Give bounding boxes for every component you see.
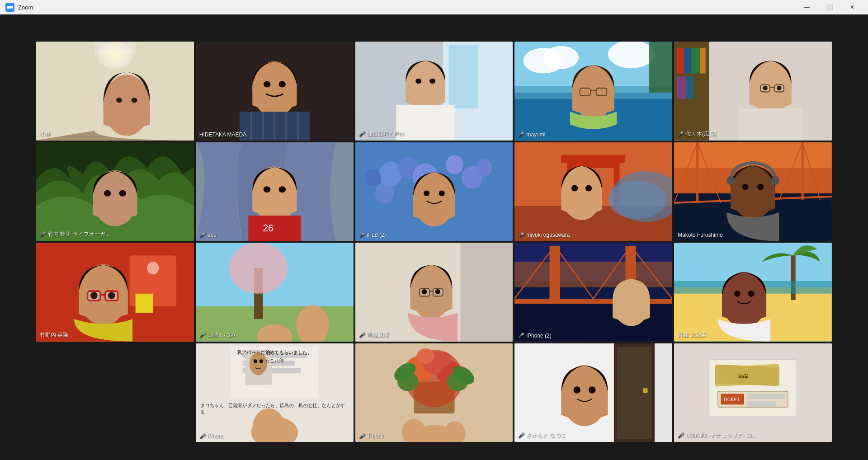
svg-point-83 (571, 185, 578, 191)
mute-icon-yamazaki: 🎤 (199, 332, 206, 338)
svg-point-140 (734, 291, 741, 297)
participant-name-mayumi: 🎤 mayumi (518, 131, 545, 138)
empty-cell-row4 (36, 343, 194, 442)
svg-text:26: 26 (263, 222, 273, 234)
participant-makoto[interactable]: Makoto Furushimo (674, 142, 832, 241)
participant-name-iphone2: 🎤 iPhone (2) (518, 333, 551, 339)
mute-icon-iphone2: 🎤 (518, 333, 524, 338)
participant-name-makoto: Makoto Furushimo (678, 232, 722, 238)
svg-rect-185 (747, 394, 785, 399)
svg-point-50 (777, 86, 782, 90)
svg-rect-171 (643, 388, 648, 393)
participant-miyuki[interactable]: 🎤 miyuki ogasawara (514, 142, 672, 241)
mute-icon-aburatani: 🎤 (359, 131, 365, 137)
svg-point-72 (424, 190, 429, 196)
close-button[interactable]: ✕ (842, 0, 863, 14)
svg-point-100 (757, 183, 764, 190)
svg-point-104 (147, 262, 159, 274)
participant-name-baba: 🎤 馬場真理 (359, 331, 389, 339)
participant-naturalia[interactable]: ¥¥¥ TICKET 🎤 naturalia -ナチュラリア- as... (674, 343, 832, 442)
participant-name-aburatani: 🎤 油谷亜希のiPad (359, 130, 405, 138)
title-bar: Zoom — ⬜ ✕ (0, 0, 868, 14)
svg-rect-44 (686, 77, 693, 99)
participant-aburatani[interactable]: 🎤 油谷亜希のiPad (355, 42, 513, 141)
svg-rect-41 (691, 48, 699, 73)
svg-point-81 (608, 180, 666, 219)
video-row-3: 竹野内 英隆 (36, 243, 832, 342)
svg-rect-51 (738, 108, 802, 140)
participant-iphone-bottom2[interactable]: 🎤 iPhone (355, 343, 513, 442)
minimize-button[interactable]: — (797, 0, 817, 14)
participant-abe[interactable]: 26 🎤 abe (196, 142, 354, 241)
participant-name-saito: 齊藤 太記実 (678, 331, 706, 339)
participant-hidetaka[interactable]: HIDETAKA MAEDA (196, 42, 354, 141)
svg-rect-105 (136, 294, 153, 313)
video-grid: 小林 (36, 42, 832, 442)
svg-point-175 (589, 386, 596, 394)
participant-saito[interactable]: 齊藤 太記実 (674, 243, 832, 342)
mute-icon-mayumi: 🎤 (518, 131, 524, 137)
svg-point-23 (429, 79, 435, 84)
participant-mayumi[interactable]: 🎤 mayumi (514, 42, 672, 141)
svg-point-66 (375, 183, 394, 203)
svg-point-125 (435, 289, 440, 294)
participant-ipad2[interactable]: 🎤 iPad (2) (355, 142, 513, 241)
participant-kobayashi[interactable]: 小林 (36, 42, 194, 141)
svg-point-84 (585, 185, 592, 191)
window-controls: — ⬜ ✕ (797, 0, 863, 14)
participant-iphone2[interactable]: 🎤 iPhone (2) (514, 243, 672, 342)
svg-point-174 (574, 386, 581, 394)
svg-point-49 (763, 86, 768, 90)
participant-takenouchihide[interactable]: 竹野内 英隆 (36, 243, 194, 342)
participant-name-naturalia: 🎤 naturalia -ナチュラリア- as... (678, 432, 756, 439)
svg-point-70 (476, 159, 492, 176)
svg-rect-40 (684, 48, 690, 73)
svg-point-99 (742, 183, 749, 190)
svg-rect-77 (567, 163, 620, 168)
participant-name-abe: 🎤 abe (199, 232, 217, 238)
participant-sasaki[interactable]: 🎤 佐々木(広島) (674, 42, 832, 141)
svg-rect-129 (514, 262, 672, 287)
mute-icon-baba: 🎤 (359, 332, 365, 338)
participant-name-ipad2: 🎤 iPad (2) (359, 232, 386, 238)
mute-icon-ipad2: 🎤 (359, 232, 365, 238)
svg-point-111 (108, 292, 115, 299)
svg-point-10 (264, 81, 271, 87)
svg-point-115 (229, 243, 287, 294)
participant-name-yamazaki: 🎤 山崎 いづみ (199, 331, 236, 339)
svg-point-68 (446, 155, 463, 174)
participant-takeuchi[interactable]: 🎤 竹内 輝美 ライフオーガ... (36, 142, 194, 241)
participant-name-hidetaka: HIDETAKA MAEDA (199, 131, 246, 138)
maximize-button[interactable]: ⬜ (819, 0, 840, 14)
participant-name-sasaki: 🎤 佐々木(広島) (678, 130, 717, 138)
svg-rect-76 (561, 155, 626, 163)
svg-rect-43 (677, 77, 686, 99)
svg-rect-186 (747, 401, 777, 406)
mute-icon-iphone-bottom2: 🎤 (359, 433, 365, 439)
svg-point-124 (421, 289, 427, 294)
mute-icon-miyuki: 🎤 (518, 232, 524, 238)
svg-point-54 (104, 190, 111, 196)
svg-point-58 (264, 186, 271, 192)
mute-icon-iphone-bottom1: 🎤 (199, 433, 206, 439)
svg-point-22 (415, 79, 421, 84)
svg-point-110 (90, 292, 98, 299)
svg-text:¥¥¥: ¥¥¥ (738, 373, 748, 380)
participant-name-kobayashi: 小林 (40, 130, 51, 138)
svg-rect-60 (248, 216, 301, 241)
svg-point-30 (608, 42, 655, 68)
svg-text:TICKET: TICKET (723, 396, 740, 402)
participant-iphone-bottom1[interactable]: 私アパートに泊めてもらいました。 たこ八郎 タコちゃん、芸能界がダメだったら、広… (196, 343, 354, 442)
svg-point-162 (434, 352, 452, 367)
participant-name-iphone-bottom2: 🎤 iPhone (359, 433, 384, 439)
svg-point-97 (726, 176, 735, 185)
participant-name-takenouchihide: 竹野内 英隆 (40, 331, 68, 339)
svg-point-141 (748, 291, 755, 297)
mute-icon-abe: 🎤 (199, 232, 206, 238)
participant-yamazaki[interactable]: 🎤 山崎 いづみ (196, 243, 354, 342)
svg-point-55 (119, 190, 126, 196)
participant-sakamoto[interactable]: 🎤 さかもと なつこ (514, 343, 672, 442)
svg-point-29 (544, 46, 579, 69)
svg-point-59 (278, 186, 286, 192)
participant-baba[interactable]: 🎤 馬場真理 (355, 243, 513, 342)
